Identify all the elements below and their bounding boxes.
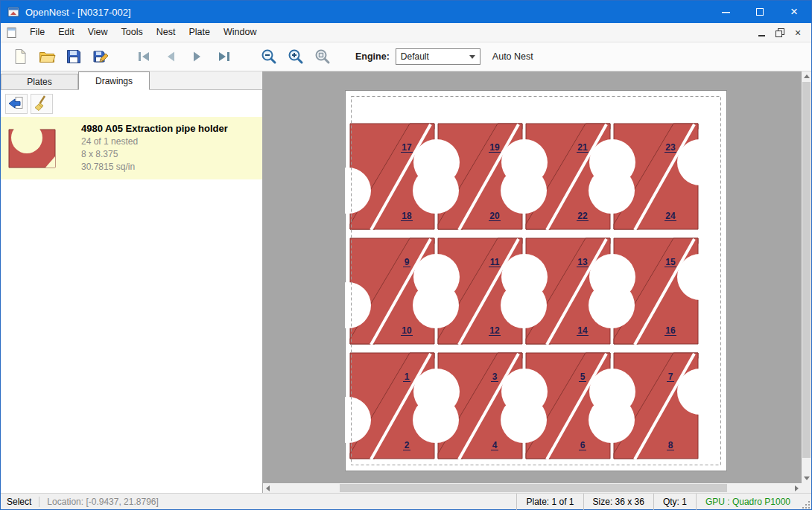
scroll-right-button[interactable] (792, 483, 802, 493)
svg-text:24: 24 (665, 211, 676, 221)
menu-edit[interactable]: Edit (51, 23, 81, 42)
drawing-area: 30.7815 sq/in (81, 162, 228, 172)
drawing-size: 8 x 8.375 (81, 149, 228, 159)
svg-text:22: 22 (577, 211, 588, 221)
window-maximize-button[interactable] (743, 1, 777, 23)
minimize-icon (758, 28, 767, 37)
svg-text:17: 17 (402, 142, 412, 153)
status-plate-size: Size: 36 x 36 (583, 494, 653, 510)
mdi-minimize-button[interactable] (753, 25, 771, 41)
svg-text:5: 5 (580, 372, 586, 382)
broom-icon (33, 95, 51, 112)
grip-dots-icon (802, 500, 811, 510)
engine-value: Default (396, 51, 469, 62)
drawing-title: 4980 A05 Extraction pipe holder (81, 123, 228, 134)
main-toolbar: Engine: Default Auto Nest (1, 42, 811, 71)
resize-grip[interactable] (799, 494, 811, 510)
new-file-icon (11, 48, 29, 66)
status-bar: Select Location: [-0.9437, 21.8796] Plat… (1, 493, 811, 509)
menu-tools[interactable]: Tools (115, 23, 150, 42)
vertical-scrollbar[interactable] (802, 71, 811, 483)
nav-next-icon (188, 48, 206, 66)
nav-previous-icon (162, 48, 180, 66)
svg-text:7: 7 (668, 372, 673, 382)
nav-last-icon (215, 48, 233, 66)
svg-text:13: 13 (577, 257, 588, 267)
svg-text:16: 16 (665, 325, 676, 336)
mdi-close-button[interactable]: × (789, 25, 807, 41)
app-icon (7, 6, 19, 18)
save-button[interactable] (60, 45, 87, 68)
arrow-right-icon (795, 485, 799, 491)
window-minimize-button[interactable] (708, 1, 743, 23)
drawing-nested-count: 24 of 1 nested (81, 136, 228, 147)
menu-view[interactable]: View (81, 23, 115, 42)
window-title: OpenNest - [N0317-002] (25, 7, 131, 18)
horizontal-scrollbar-thumb[interactable] (340, 484, 727, 492)
plate-sheet: 171819202122232491011121314151612345678 (345, 90, 727, 471)
tab-plates[interactable]: Plates (1, 74, 78, 89)
zoom-fit-icon (314, 48, 332, 66)
chevron-down-icon (469, 55, 475, 59)
first-plate-button[interactable] (130, 45, 157, 68)
zoom-in-icon (287, 48, 305, 66)
new-file-button[interactable] (7, 45, 34, 68)
vertical-scrollbar-thumb[interactable] (802, 82, 811, 458)
close-icon: × (795, 27, 801, 39)
drawings-toolbar (1, 90, 262, 117)
menu-file[interactable]: File (23, 23, 51, 42)
scrollbar-corner (802, 483, 811, 493)
svg-text:18: 18 (402, 211, 412, 221)
svg-text:19: 19 (489, 142, 500, 153)
zoom-out-button[interactable] (256, 45, 282, 68)
drawing-info: 4980 A05 Extraction pipe holder 24 of 1 … (81, 121, 228, 175)
menu-window[interactable]: Window (217, 23, 263, 42)
window-close-button[interactable]: × (777, 1, 811, 23)
menu-nest[interactable]: Nest (150, 23, 183, 42)
open-file-button[interactable] (34, 45, 60, 68)
svg-text:20: 20 (489, 211, 500, 221)
arrow-down-icon (804, 476, 810, 480)
arrow-left-icon (7, 95, 25, 112)
zoom-in-button[interactable] (282, 45, 309, 68)
previous-plate-button[interactable] (157, 45, 184, 68)
save-as-button[interactable] (87, 45, 114, 68)
scroll-left-button[interactable] (263, 483, 273, 493)
status-gpu: GPU : Quadro P1000 (696, 494, 799, 510)
panel-tabstrip: Plates Drawings (1, 71, 262, 90)
status-mode: Select (1, 497, 39, 507)
svg-text:21: 21 (577, 142, 588, 153)
save-icon (65, 48, 83, 66)
replace-drawing-button[interactable] (5, 94, 28, 114)
nav-first-icon (135, 48, 153, 66)
auto-nest-button[interactable]: Auto Nest (492, 51, 533, 62)
restore-icon (775, 28, 784, 37)
drawing-thumbnail (7, 123, 57, 170)
horizontal-scrollbar[interactable] (263, 483, 802, 493)
next-plate-button[interactable] (184, 45, 211, 68)
arrow-up-icon (804, 74, 810, 78)
scroll-up-button[interactable] (802, 71, 811, 81)
zoom-fit-button[interactable] (309, 45, 336, 68)
tab-drawings[interactable]: Drawings (78, 71, 150, 90)
main-area: Plates Drawings (1, 71, 811, 493)
svg-text:3: 3 (492, 372, 498, 382)
app-window: OpenNest - [N0317-002] × File Edit View … (0, 0, 812, 510)
clear-drawings-button[interactable] (31, 94, 53, 114)
svg-text:15: 15 (665, 257, 676, 267)
nest-canvas[interactable]: 171819202122232491011121314151612345678 (263, 71, 811, 493)
svg-text:10: 10 (402, 325, 412, 336)
nested-parts[interactable]: 171819202122232491011121314151612345678 (345, 90, 727, 471)
status-plate-count: Plate: 1 of 1 (516, 494, 583, 510)
svg-text:12: 12 (489, 325, 500, 336)
side-panel: Plates Drawings (1, 71, 263, 493)
engine-select[interactable]: Default (396, 48, 480, 65)
scroll-down-button[interactable] (802, 474, 811, 483)
last-plate-button[interactable] (211, 45, 238, 68)
status-location: Location: [-0.9437, 21.8796] (39, 497, 165, 507)
engine-label: Engine: (355, 51, 390, 62)
menu-plate[interactable]: Plate (182, 23, 217, 42)
drawing-list-item[interactable]: 4980 A05 Extraction pipe holder 24 of 1 … (1, 117, 262, 179)
close-icon: × (790, 4, 798, 19)
mdi-restore-button[interactable] (771, 25, 789, 41)
